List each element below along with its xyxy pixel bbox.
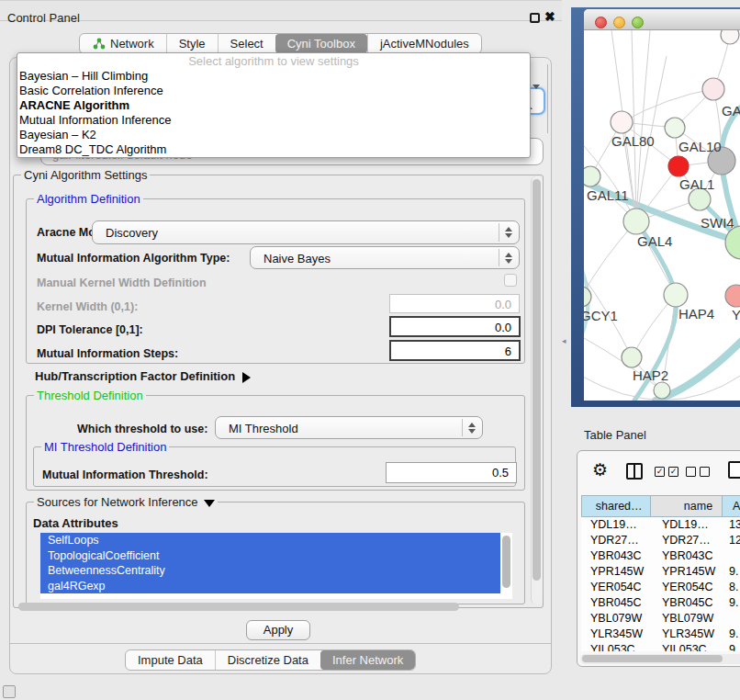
attribute-item-selected[interactable]: SelfLoops: [40, 533, 500, 548]
column-header-name[interactable]: name: [651, 495, 723, 517]
table-row[interactable]: YBL079WYBL079W: [581, 611, 740, 627]
algorithm-option-selected[interactable]: ARACNE Algorithm: [17, 98, 530, 113]
table-row[interactable]: YLR345WYLR345W9.: [581, 627, 740, 642]
network-canvas[interactable]: GAL GAL80 GAL10 GAL1 GAL11 SWI4 GAL4 GCY…: [584, 30, 740, 401]
kernel-width-label: Kernel Width (0,1):: [37, 300, 138, 313]
column-header-shared[interactable]: shared…: [581, 495, 651, 517]
table-hscrollbar-thumb[interactable]: [582, 655, 723, 662]
table-cell: YIL053C: [651, 642, 723, 651]
checked-checkbox-icon[interactable]: ✓: [655, 467, 665, 477]
attribute-list-scrollbar[interactable]: [502, 536, 510, 588]
hub-definition-toggle[interactable]: Hub/Transcription Factor Definition: [35, 369, 251, 383]
close-icon[interactable]: ✖: [544, 9, 555, 24]
tab-discretize-data[interactable]: Discretize Data: [215, 650, 320, 670]
node-gal4[interactable]: [623, 209, 649, 234]
palette-corner-icon[interactable]: [3, 685, 16, 698]
network-window[interactable]: GAL GAL80 GAL10 GAL1 GAL11 SWI4 GAL4 GCY…: [584, 9, 740, 401]
expand-right-icon: [242, 372, 251, 383]
table-cell: 9.: [723, 627, 740, 642]
attribute-item-selected[interactable]: BetweennessCentrality: [40, 563, 500, 579]
tab-select[interactable]: Select: [218, 34, 275, 53]
mi-steps-label: Mutual Information Steps:: [37, 347, 178, 360]
table-cell: [723, 611, 740, 627]
sources-group-title[interactable]: Sources for Network Inference: [34, 495, 218, 509]
columns-icon[interactable]: [626, 463, 643, 480]
node-label: GAL1: [679, 176, 714, 192]
algorithm-option[interactable]: Bayesian – Hill Climbing: [17, 69, 530, 84]
checked-checkbox-icon[interactable]: ✓: [668, 467, 678, 477]
node-hap4[interactable]: [664, 283, 688, 307]
table-row[interactable]: YDL19…YDL19…13: [581, 517, 740, 533]
table-cell: YIL053C: [581, 642, 651, 651]
which-threshold-value: MI Threshold: [229, 422, 298, 435]
node-hap2[interactable]: [622, 347, 642, 367]
tab-jactivemnodules[interactable]: jActiveMNodules: [367, 34, 481, 53]
column-header-clipped[interactable]: A: [723, 495, 740, 517]
node-gal11[interactable]: [584, 166, 600, 186]
stepper-arrows-icon: [462, 419, 480, 436]
kernel-width-input[interactable]: 0.0: [389, 294, 520, 313]
float-window-icon[interactable]: [530, 13, 540, 23]
node-gal80[interactable]: [611, 111, 633, 133]
attribute-item-selected[interactable]: TopologicalCoefficient: [40, 548, 500, 564]
node-label: HAP4: [678, 306, 714, 322]
algorithm-option[interactable]: Mutual Information Inference: [17, 113, 530, 128]
node[interactable]: [725, 285, 740, 307]
mi-type-combo[interactable]: Naive Bayes: [250, 246, 520, 269]
tab-infer-network[interactable]: Infer Network: [320, 650, 415, 670]
which-threshold-combo[interactable]: MI Threshold: [215, 416, 483, 439]
splitpane-collapse-icon[interactable]: ◂: [562, 336, 566, 345]
node-label: GAL11: [587, 187, 629, 203]
table-row[interactable]: YBR045CYBR045C9.: [581, 595, 740, 611]
unchecked-checkbox-icon[interactable]: [700, 467, 710, 477]
mi-threshold-label: Mutual Information Threshold:: [42, 469, 208, 481]
table-cell: YER054C: [651, 580, 723, 595]
zoom-traffic-light[interactable]: [632, 17, 644, 28]
node[interactable]: [721, 30, 739, 44]
tab-network[interactable]: Network: [80, 34, 166, 53]
apply-button[interactable]: Apply: [246, 620, 310, 640]
node[interactable]: [702, 78, 724, 100]
tab-cyni-toolbox[interactable]: Cyni Toolbox: [275, 34, 367, 53]
network-window-titlebar[interactable]: [584, 9, 740, 30]
node-gal10[interactable]: [665, 118, 685, 138]
manual-kernel-checkbox[interactable]: [504, 274, 517, 287]
dpi-tolerance-input[interactable]: 0.0: [389, 316, 521, 337]
tab-network-label: Network: [110, 37, 154, 51]
settings-vscrollbar-thumb[interactable]: [533, 179, 541, 581]
table-cell: 13: [723, 517, 740, 533]
mi-type-value: Naive Bayes: [263, 252, 331, 265]
table-cell: YDL19…: [651, 517, 723, 533]
tab-impute-data[interactable]: Impute Data: [126, 650, 215, 670]
aracne-mode-combo[interactable]: Discovery: [92, 220, 520, 244]
algorithm-option[interactable]: Bayesian – K2: [17, 128, 530, 142]
table-row[interactable]: YBR043CYBR043C: [581, 548, 740, 564]
attribute-item-selected[interactable]: gal4RGexp: [40, 579, 500, 594]
node[interactable]: [654, 382, 670, 399]
popup-placeholder: Select algorithm to view settings: [17, 53, 530, 69]
threshold-definition-title: Threshold Definition: [34, 389, 146, 402]
node-gal1[interactable]: [668, 156, 689, 176]
control-panel-title: Control Panel: [7, 11, 80, 25]
stepper-arrows-icon: [499, 249, 517, 266]
settings-hscrollbar-thumb[interactable]: [18, 603, 459, 611]
mi-threshold-input[interactable]: 0.5: [386, 462, 517, 483]
table-row[interactable]: YDR27…YDR27…12: [581, 533, 740, 548]
unchecked-checkbox-icon[interactable]: [686, 467, 696, 477]
node-gcy1[interactable]: [584, 287, 591, 307]
gear-icon[interactable]: ⚙: [592, 461, 608, 480]
close-traffic-light[interactable]: [595, 17, 607, 28]
tab-style-label: Style: [179, 37, 206, 51]
algorithm-option[interactable]: Dream8 DC_TDC Algorithm: [17, 142, 530, 157]
table-row[interactable]: YPR145WYPR145W9.: [581, 564, 740, 580]
tab-style[interactable]: Style: [166, 34, 218, 53]
sources-title-label: Sources for Network Inference: [37, 495, 198, 509]
minimize-traffic-light[interactable]: [613, 17, 625, 28]
mi-steps-input[interactable]: 6: [389, 340, 521, 361]
algorithm-option[interactable]: Basic Correlation Inference: [17, 84, 530, 98]
node[interactable]: [725, 226, 740, 259]
document-icon[interactable]: [728, 461, 740, 479]
table-row[interactable]: YIL053CYIL053C9.: [581, 642, 740, 651]
table-row[interactable]: YER054CYER054C8.: [581, 580, 740, 595]
table-cell: YDR27…: [581, 533, 651, 548]
